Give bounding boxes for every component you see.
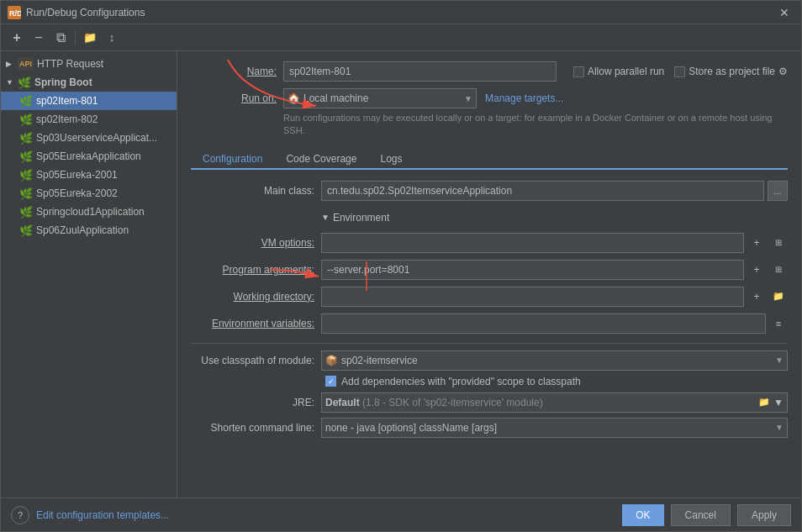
run-on-dropdown[interactable]: 🏠 Local machine ▼ <box>283 88 477 108</box>
env-vars-row: Environment variables: ≡ <box>191 313 788 334</box>
working-dir-label: Working directory: <box>191 291 321 303</box>
program-args-container: + ⊞ <box>321 260 788 280</box>
sidebar-item-spring-boot[interactable]: ▼ 🌿 Spring Boot <box>1 73 177 92</box>
allow-parallel-checkbox[interactable] <box>573 66 584 77</box>
sidebar-item-sp02item-801[interactable]: 🌿 sp02Item-801 <box>1 92 177 110</box>
sidebar-item-sp05eureka[interactable]: 🌿 Sp05EurekaApplication <box>1 147 177 166</box>
shorten-dropdown[interactable]: none - java [options] className [args] ▼ <box>321 418 788 438</box>
collapse-arrow-spring: ▼ <box>6 78 16 87</box>
sidebar-item-sp05eureka2001[interactable]: 🌿 Sp05Eureka-2001 <box>1 166 177 184</box>
dropdown-arrow: ▼ <box>464 94 472 103</box>
apply-button[interactable]: Apply <box>737 504 791 526</box>
local-machine-icon: 🏠 <box>288 92 300 104</box>
working-dir-folder-button[interactable]: 📁 <box>769 287 788 306</box>
tab-code-coverage[interactable]: Code Coverage <box>274 150 368 170</box>
sort-config-button[interactable]: ↕ <box>103 29 121 47</box>
sidebar: ▶ API HTTP Request ▼ 🌿 Spring Boot 🌿 sp0… <box>1 51 177 498</box>
shorten-row: Shorten command line: none - java [optio… <box>191 418 788 438</box>
program-args-expand-button[interactable]: ⊞ <box>769 261 788 279</box>
close-button[interactable]: ✕ <box>774 6 794 19</box>
environment-toggle[interactable]: ▼ Environment <box>321 212 389 224</box>
vm-options-row: VM options: + ⊞ <box>191 232 788 254</box>
jre-arrow: ▼ <box>773 397 784 408</box>
sidebar-label-sp03userservice: Sp03UserserviceApplicat... <box>36 132 157 144</box>
tab-configuration[interactable]: Configuration <box>191 150 274 170</box>
main-class-label: Main class: <box>191 185 321 197</box>
add-deps-checkbox[interactable]: ✓ <box>325 376 336 387</box>
shorten-label: Shorten command line: <box>191 422 321 434</box>
help-button[interactable]: ? <box>11 506 29 524</box>
bottom-buttons: OK Cancel Apply <box>622 504 791 526</box>
collapse-arrow-http: ▶ <box>6 60 16 68</box>
cancel-button[interactable]: Cancel <box>671 504 731 526</box>
add-deps-label: Add dependencies with "provided" scope t… <box>341 376 581 387</box>
ok-button[interactable]: OK <box>622 504 663 526</box>
main-class-browse-button[interactable]: ... <box>768 181 788 201</box>
remove-config-button[interactable]: − <box>29 29 48 47</box>
add-deps-row: ✓ Add dependencies with "provided" scope… <box>325 376 788 387</box>
store-icon: ⚙ <box>778 66 788 77</box>
main-content: ▶ API HTTP Request ▼ 🌿 Spring Boot 🌿 sp0… <box>1 51 801 498</box>
spring-icon-7: 🌿 <box>19 205 33 219</box>
jre-value: Default (1.8 - SDK of 'sp02-itemservice'… <box>325 397 755 408</box>
program-args-add-button[interactable]: + <box>747 261 766 279</box>
manage-targets-link[interactable]: Manage targets... <box>485 92 563 104</box>
main-class-input[interactable] <box>321 181 764 201</box>
env-vars-edit-button[interactable]: ≡ <box>769 314 788 333</box>
spring-icon-5: 🌿 <box>19 168 33 182</box>
toolbar-separator <box>75 30 76 45</box>
name-label: Name: <box>191 66 283 77</box>
working-dir-row: Working directory: + 📁 <box>191 286 788 308</box>
vm-options-input[interactable] <box>321 233 744 253</box>
jre-row: JRE: Default (1.8 - SDK of 'sp02-itemser… <box>191 392 788 413</box>
run-on-label: Run on: <box>191 92 283 104</box>
folder-config-button[interactable]: 📁 <box>81 29 99 47</box>
program-args-row: Program arguments: + ⊞ <box>191 259 788 281</box>
classpath-label: Use classpath of module: <box>191 355 321 366</box>
name-input[interactable] <box>283 61 557 82</box>
spring-icon-8: 🌿 <box>19 224 33 237</box>
shorten-value: none - java [options] className [args] <box>325 422 775 434</box>
env-label: Environment <box>333 212 389 224</box>
spring-icon-3: 🌿 <box>19 131 33 145</box>
spring-group-icon: 🌿 <box>18 76 31 89</box>
spring-icon-6: 🌿 <box>19 187 33 200</box>
jre-folder-button[interactable]: 📁 <box>755 393 773 412</box>
tab-logs[interactable]: Logs <box>368 150 414 170</box>
store-project-checkbox[interactable] <box>674 66 685 77</box>
sidebar-label-sp05eureka: Sp05EurekaApplication <box>36 150 141 162</box>
sidebar-item-springcloud1[interactable]: 🌿 Springcloud1Application <box>1 203 177 221</box>
working-dir-input[interactable] <box>321 287 744 307</box>
vm-options-expand-button[interactable]: ⊞ <box>769 234 788 252</box>
store-project-label: Store as project file <box>689 66 775 77</box>
sidebar-label-sp05eureka2002: Sp05Eureka-2002 <box>36 187 118 199</box>
env-collapse-arrow: ▼ <box>321 213 330 222</box>
sidebar-label-sp05eureka2001: Sp05Eureka-2001 <box>36 169 118 181</box>
run-on-row: Run on: 🏠 Local machine ▼ Manage targets… <box>191 88 788 108</box>
sidebar-item-http-request[interactable]: ▶ API HTTP Request <box>1 55 177 73</box>
classpath-dropdown[interactable]: 📦 sp02-itemservice ▼ <box>321 350 788 371</box>
run-on-value: Local machine <box>303 92 464 104</box>
http-icon: API <box>18 57 34 71</box>
environment-section: ▼ Environment <box>191 207 788 229</box>
edit-templates-link[interactable]: Edit configuration templates... <box>36 509 169 521</box>
allow-parallel-container: Allow parallel run <box>573 66 664 77</box>
sidebar-item-sp02item-802[interactable]: 🌿 sp02Item-802 <box>1 110 177 129</box>
sidebar-label-sp02item-801: sp02Item-801 <box>36 95 98 107</box>
titlebar-text: Run/Debug Configurations <box>26 7 145 18</box>
vm-options-add-button[interactable]: + <box>747 234 766 252</box>
hint-text: Run configurations may be executed local… <box>283 112 788 138</box>
add-config-button[interactable]: + <box>8 29 26 47</box>
working-dir-add-button[interactable]: + <box>747 287 766 306</box>
program-args-input[interactable] <box>321 260 744 280</box>
working-dir-container: + 📁 <box>321 287 788 307</box>
sidebar-item-sp06zuul[interactable]: 🌿 Sp06ZuulApplication <box>1 221 177 240</box>
copy-config-button[interactable]: ⧉ <box>51 29 70 47</box>
sidebar-item-sp05eureka2002[interactable]: 🌿 Sp05Eureka-2002 <box>1 184 177 203</box>
spring-icon-2: 🌿 <box>19 113 33 126</box>
env-vars-input[interactable] <box>321 313 766 334</box>
jre-default: Default <box>325 397 360 408</box>
jre-dropdown[interactable]: Default (1.8 - SDK of 'sp02-itemservice'… <box>321 392 788 413</box>
sidebar-item-sp03userservice[interactable]: 🌿 Sp03UserserviceApplicat... <box>1 129 177 147</box>
sidebar-label-spring-boot: Spring Boot <box>34 76 92 88</box>
